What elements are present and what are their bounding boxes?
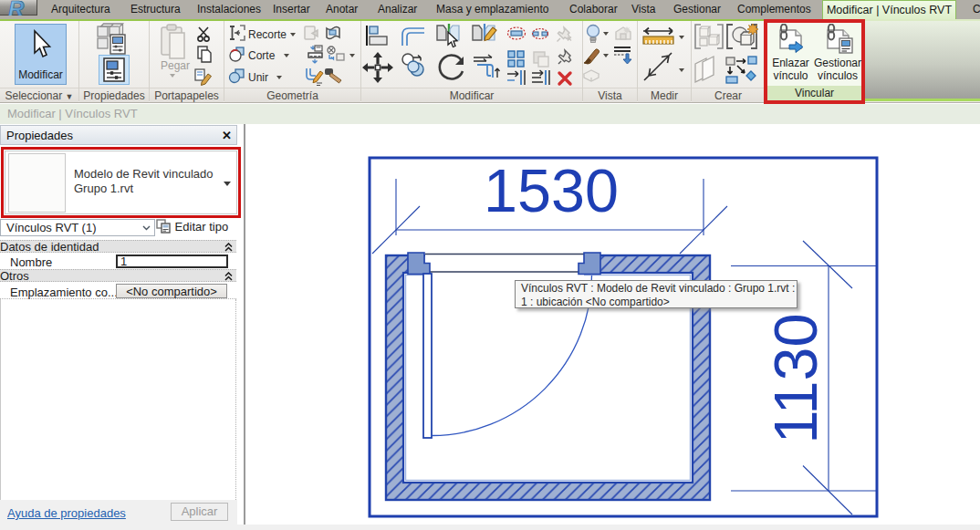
svg-text:R: R: [8, 0, 25, 16]
svg-text:1130: 1130: [762, 313, 829, 443]
svg-text:1530: 1530: [484, 157, 619, 224]
